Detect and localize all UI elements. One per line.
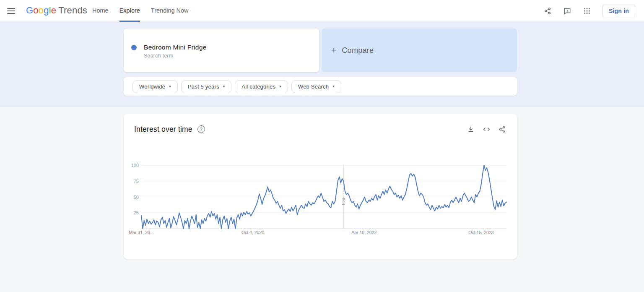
note-label: Note [341,197,345,205]
feedback-icon[interactable] [562,6,572,16]
filter-geo-dropdown[interactable]: Worldwide ▾ [132,80,178,93]
y-tick-label: 100 [131,163,139,168]
filter-search-type-label: Web Search [298,83,329,90]
search-term-text: Bedroom Mini Fridge [144,44,207,51]
filter-time-label: Past 5 years [188,83,219,90]
filter-category-dropdown[interactable]: All categories ▾ [235,80,288,93]
search-term-type-label: Search term [144,53,173,59]
google-trends-logo[interactable]: GoogleTrends [26,5,87,16]
chevron-down-icon: ▾ [332,84,335,89]
x-tick-label: Oct 4, 2020 [242,230,264,235]
main-nav: Home Explore Trending Now [92,0,189,22]
apps-grid-icon[interactable] [582,6,592,16]
trend-chart-svg[interactable]: 100755025NoteMar 31, 20...Oct 4, 2020Apr… [124,114,517,259]
filter-search-type-dropdown[interactable]: Web Search ▾ [291,80,341,93]
x-tick-label: Apr 10, 2022 [351,230,377,235]
y-tick-label: 75 [134,179,139,184]
chevron-down-icon: ▾ [169,84,171,89]
compare-label: Compare [342,46,374,55]
add-comparison-card[interactable]: + Compare [322,29,517,72]
google-trends-page: GoogleTrends Home Explore Trending Now [0,0,644,292]
interest-over-time-card: Interest over time ? [124,114,517,259]
nav-item-trending-now[interactable]: Trending Now [151,0,189,22]
y-tick-label: 50 [134,195,139,200]
filter-geo-label: Worldwide [139,83,165,90]
filter-time-dropdown[interactable]: Past 5 years ▾ [181,80,231,93]
app-header: GoogleTrends Home Explore Trending Now [0,0,644,22]
filter-category-label: All categories [242,83,275,90]
filters-bar: Worldwide ▾ Past 5 years ▾ All categorie… [124,77,517,96]
trends-wordmark: Trends [58,5,87,16]
menu-icon[interactable] [7,6,16,16]
nav-item-home[interactable]: Home [92,0,109,22]
plus-icon: + [331,45,336,55]
x-tick-label: Oct 15, 2023 [468,230,493,235]
chevron-down-icon: ▾ [223,84,225,89]
x-tick-label: Mar 31, 20... [129,230,154,235]
y-tick-label: 25 [134,210,139,215]
nav-item-explore[interactable]: Explore [119,0,140,22]
chevron-down-icon: ▾ [279,84,281,89]
series-color-dot [131,45,137,50]
header-actions: Sign in [543,0,635,22]
share-icon[interactable] [543,6,553,16]
google-wordmark: Google [26,5,56,16]
sign-in-button[interactable]: Sign in [602,5,635,17]
